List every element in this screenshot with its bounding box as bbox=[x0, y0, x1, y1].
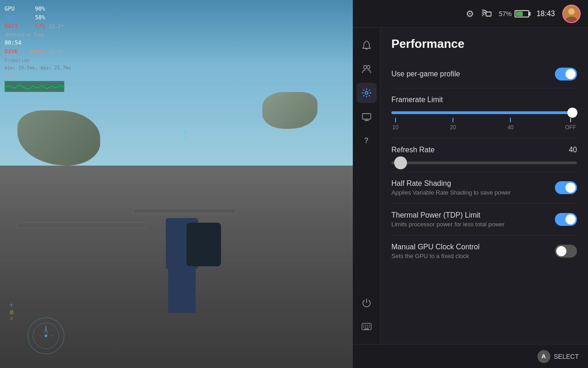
half-rate-shading-sublabel: Applies Variable Rate Shading to save po… bbox=[391, 189, 511, 196]
compass-svg bbox=[32, 322, 60, 350]
dxvk-fps: 40FPS bbox=[27, 48, 45, 56]
framerate-limit-label: Framerate Limit bbox=[391, 96, 577, 104]
battery-icon bbox=[514, 10, 529, 17]
gpu-label: GPU bbox=[5, 5, 23, 13]
a-button: A bbox=[537, 350, 550, 363]
hud-time-row: 00:54 bbox=[5, 39, 71, 47]
thermal-power-toggle[interactable] bbox=[555, 213, 577, 226]
sidebar-item-notifications[interactable] bbox=[356, 35, 377, 55]
svg-point-12 bbox=[363, 66, 367, 69]
select-label: SELECT bbox=[554, 353, 579, 360]
sidebar-item-display[interactable] bbox=[356, 107, 377, 127]
framerate-ticks: 10 20 40 OFF bbox=[391, 118, 577, 131]
manual-gpu-clock-knob bbox=[556, 246, 566, 256]
tick-label-40: 40 bbox=[508, 124, 514, 131]
frametime-graph bbox=[5, 81, 64, 92]
refresh-rate-slider[interactable] bbox=[391, 161, 577, 164]
user-avatar[interactable] bbox=[562, 5, 581, 23]
manual-gpu-clock-label: Manual GPU Clock Control bbox=[391, 243, 480, 251]
dxvk-ms: 25.0ᵐˢ bbox=[49, 48, 67, 56]
half-rate-shading-knob bbox=[565, 183, 576, 193]
settings-icon[interactable]: ⚙ bbox=[466, 8, 474, 19]
refresh-rate-thumb[interactable] bbox=[394, 156, 407, 169]
avatar-svg bbox=[563, 6, 580, 22]
framerate-slider-fill bbox=[391, 111, 577, 114]
sidebar-item-settings[interactable] bbox=[356, 83, 377, 103]
sidebar-item-help[interactable]: ? bbox=[356, 131, 377, 151]
per-game-profile-row: Use per-game profile bbox=[391, 60, 577, 88]
batt-time-value: 00:54 bbox=[5, 39, 23, 47]
framerate-slider-thumb[interactable] bbox=[567, 108, 577, 118]
thermal-power-info: Thermal Power (TDP) Limit Limits process… bbox=[391, 211, 504, 228]
thermal-power-row: Thermal Power (TDP) Limit Limits process… bbox=[391, 204, 577, 236]
battery-fill bbox=[516, 12, 523, 16]
sidebar-item-friends[interactable] bbox=[356, 59, 377, 79]
cpu-label: CPU bbox=[5, 13, 23, 22]
panel-title: Performance bbox=[391, 37, 577, 51]
frametime-current: 25.2 bbox=[5, 72, 71, 80]
hud-dxvk-row: DXVK 40FPS 25.0ᵐˢ bbox=[5, 47, 71, 56]
content-area: ? bbox=[353, 28, 588, 344]
bottom-bar: A SELECT bbox=[353, 344, 588, 368]
refresh-rate-section: Refresh Rate 40 bbox=[391, 138, 577, 172]
batt-label: BATT bbox=[5, 22, 23, 31]
manual-gpu-clock-toggle[interactable] bbox=[555, 245, 577, 258]
settings-panel: Performance Use per-game profile Framera… bbox=[380, 28, 588, 344]
tick-20: 20 bbox=[450, 118, 456, 131]
framerate-limit-section: Framerate Limit 10 20 bbox=[391, 88, 577, 138]
refresh-rate-value: 40 bbox=[569, 146, 577, 154]
svg-point-13 bbox=[367, 66, 370, 69]
sidebar-item-power[interactable] bbox=[356, 293, 377, 313]
rock-right bbox=[262, 92, 317, 129]
gpu-value: 90% bbox=[27, 5, 45, 13]
top-bar: ⚙ 57% 18:43 bbox=[353, 0, 588, 28]
thermal-power-label: Thermal Power (TDP) Limit bbox=[391, 211, 504, 219]
thermal-power-knob bbox=[565, 214, 576, 224]
hud-overlay: GPU 90% CPU 58% BATT 57% 25.2ᵂ Remaining… bbox=[5, 5, 71, 92]
half-rate-shading-label: Half Rate Shading bbox=[391, 179, 511, 188]
half-rate-shading-toggle[interactable] bbox=[555, 181, 577, 194]
tick-label-20: 20 bbox=[450, 124, 456, 131]
tick-label-off: OFF bbox=[565, 124, 576, 131]
svg-point-2 bbox=[45, 334, 47, 337]
frametime-detail: min: 19.5ms, max: 25.7ms bbox=[5, 64, 71, 72]
sidebar: ? bbox=[353, 28, 380, 344]
waypoint-marker: ▲ 4 bbox=[183, 129, 187, 140]
thermal-power-sublabel: Limits processor power for less total po… bbox=[391, 221, 504, 228]
select-button[interactable]: A SELECT bbox=[537, 350, 579, 363]
tick-mark-off bbox=[570, 118, 571, 122]
game-viewport: GPU 90% CPU 58% BATT 57% 25.2ᵂ Remaining… bbox=[0, 0, 353, 368]
per-game-profile-knob bbox=[565, 69, 576, 79]
refresh-rate-label: Refresh Rate bbox=[391, 146, 435, 154]
time-display: 18:43 bbox=[537, 10, 555, 18]
tick-off: OFF bbox=[565, 118, 576, 131]
tick-label-10: 10 bbox=[392, 124, 398, 131]
character bbox=[159, 202, 205, 313]
cast-icon[interactable] bbox=[481, 8, 492, 19]
half-rate-shading-row: Half Rate Shading Applies Variable Rate … bbox=[391, 172, 577, 204]
tick-mark-10 bbox=[395, 118, 396, 122]
svg-point-14 bbox=[365, 92, 368, 94]
svg-point-10 bbox=[568, 8, 575, 15]
status-icons: + ⚙ ✕ bbox=[9, 301, 14, 322]
per-game-profile-label: Use per-game profile bbox=[391, 70, 460, 78]
per-game-profile-toggle[interactable] bbox=[555, 68, 577, 80]
hud-batt-row: BATT 57% 25.2ᵂ bbox=[5, 22, 71, 31]
battery-percent: 57% bbox=[499, 10, 512, 17]
tick-40: 40 bbox=[508, 118, 514, 131]
compass-hud bbox=[28, 317, 64, 354]
right-panel: ⚙ 57% 18:43 bbox=[353, 0, 588, 368]
cpu-value: 58% bbox=[27, 13, 45, 22]
batt-value: 57% bbox=[27, 22, 45, 31]
battery-widget: 57% bbox=[499, 10, 529, 17]
half-rate-shading-info: Half Rate Shading Applies Variable Rate … bbox=[391, 179, 511, 196]
svg-rect-15 bbox=[362, 114, 371, 119]
manual-gpu-clock-row: Manual GPU Clock Control Sets the GPU to… bbox=[391, 236, 577, 267]
character-legs bbox=[168, 267, 196, 313]
tick-mark-40 bbox=[510, 118, 511, 122]
framerate-slider-track[interactable] bbox=[391, 111, 577, 114]
sidebar-item-keyboard[interactable] bbox=[356, 316, 377, 337]
frametime-svg bbox=[5, 81, 65, 92]
remaining-time-label: Remaining Time bbox=[6, 31, 71, 39]
frametime-label: Frametime bbox=[5, 57, 71, 64]
